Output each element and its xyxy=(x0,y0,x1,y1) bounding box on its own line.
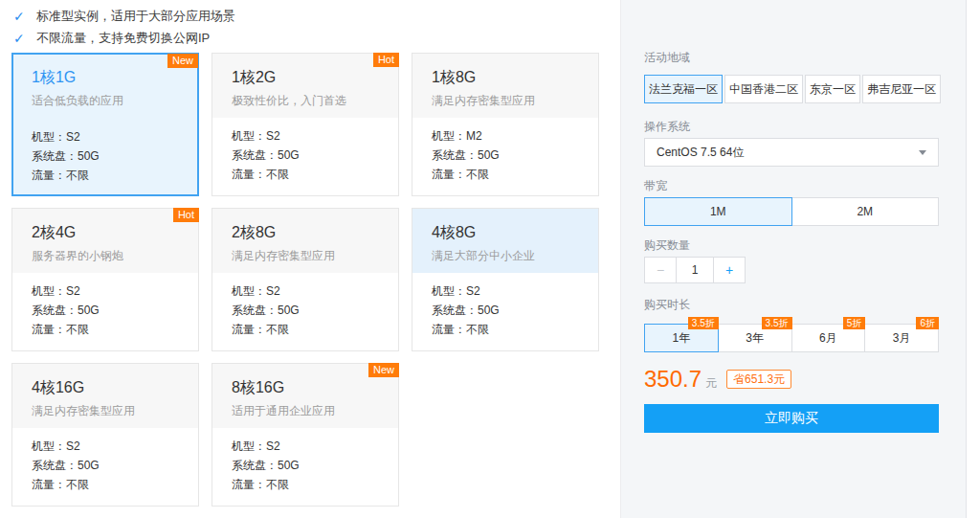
spec-disk: 系统盘：50G xyxy=(32,301,179,320)
price-amount: 350.7 xyxy=(644,366,702,393)
duration-option-1year[interactable]: 3.5折 1年 xyxy=(644,324,719,352)
plan-description: 满足内存密集型应用 xyxy=(32,403,179,419)
feature-text: 不限流量，支持免费切换公网IP xyxy=(36,30,210,47)
savings-badge: 省651.3元 xyxy=(726,370,791,389)
spec-traffic: 流量：不限 xyxy=(432,165,579,184)
region-option-frankfurt[interactable]: 法兰克福一区 xyxy=(644,75,723,103)
spec-disk: 系统盘：50G xyxy=(232,146,379,165)
os-select[interactable]: CentOS 7.5 64位 xyxy=(644,138,939,167)
region-label: 活动地域 xyxy=(644,52,939,63)
check-icon: ✓ xyxy=(13,9,36,24)
os-selected-value: CentOS 7.5 64位 xyxy=(657,145,744,161)
plan-card-header: 4核16G 满足内存密集型应用 xyxy=(12,364,198,428)
spec-model: 机型：M2 xyxy=(432,126,579,146)
plan-card-body: 机型：M2 系统盘：50G 流量：不限 xyxy=(412,118,598,184)
plan-title: 1核1G xyxy=(32,67,178,88)
duration-option-6month[interactable]: 5折 6月 xyxy=(791,324,866,352)
plan-card-4c8g[interactable]: 4核8G 满足大部分中小企业 机型：S2 系统盘：50G 流量：不限 xyxy=(412,208,599,351)
region-option-tokyo[interactable]: 东京一区 xyxy=(805,75,860,103)
region-options: 法兰克福一区 中国香港二区 东京一区 弗吉尼亚一区 xyxy=(644,75,939,103)
feature-item: ✓ 不限流量，支持免费切换公网IP xyxy=(13,27,235,49)
plan-card-body: 机型：S2 系统盘：50G 流量：不限 xyxy=(412,273,598,339)
feature-item: ✓ 标准型实例，适用于大部分应用场景 xyxy=(13,5,235,27)
plan-card-1c8g[interactable]: 1核8G 满足内存密集型应用 机型：M2 系统盘：50G 流量：不限 xyxy=(412,53,599,196)
plan-title: 2核8G xyxy=(232,222,379,243)
plan-title: 8核16G xyxy=(232,377,379,398)
spec-disk: 系统盘：50G xyxy=(432,301,579,320)
plan-card-8c16g[interactable]: New 8核16G 适用于通用企业应用 机型：S2 系统盘：50G 流量：不限 xyxy=(212,363,399,507)
spec-model: 机型：S2 xyxy=(232,437,379,456)
plan-card-header: 1核8G 满足内存密集型应用 xyxy=(412,54,598,118)
spec-traffic: 流量：不限 xyxy=(232,165,379,184)
bandwidth-options: 1M 2M xyxy=(644,197,939,226)
plan-title: 1核2G xyxy=(232,67,379,88)
plan-title: 2核4G xyxy=(32,222,179,243)
quantity-decrease-button[interactable]: − xyxy=(644,257,677,283)
plan-card-1c2g[interactable]: Hot 1核2G 极致性价比，入门首选 机型：S2 系统盘：50G 流量：不限 xyxy=(212,53,399,196)
hot-badge: Hot xyxy=(373,53,399,67)
purchase-page: ✓ 标准型实例，适用于大部分应用场景 ✓ 不限流量，支持免费切换公网IP New… xyxy=(0,0,980,518)
plan-card-2c4g[interactable]: Hot 2核4G 服务器界的小钢炮 机型：S2 系统盘：50G 流量：不限 xyxy=(11,208,199,351)
bandwidth-option-1m[interactable]: 1M xyxy=(644,197,792,226)
duration-option-3month[interactable]: 6折 3月 xyxy=(864,324,939,352)
plan-description: 满足内存密集型应用 xyxy=(432,93,579,109)
plan-card-header: 1核2G 极致性价比，入门首选 xyxy=(212,54,398,118)
bandwidth-option-2m[interactable]: 2M xyxy=(791,197,940,226)
spec-model: 机型：S2 xyxy=(32,282,179,301)
plan-description: 满足内存密集型应用 xyxy=(232,248,379,264)
spec-model: 机型：S2 xyxy=(32,127,178,146)
quantity-stepper: − 1 + xyxy=(644,257,939,283)
buy-now-button[interactable]: 立即购买 xyxy=(644,404,939,433)
spec-disk: 系统盘：50G xyxy=(432,146,579,165)
plan-title: 4核8G xyxy=(432,222,579,243)
feature-list: ✓ 标准型实例，适用于大部分应用场景 ✓ 不限流量，支持免费切换公网IP xyxy=(13,5,235,49)
duration-option-3year[interactable]: 3.5折 3年 xyxy=(718,324,792,352)
plan-card-grid: New 1核1G 适合低负载的应用 机型：S2 系统盘：50G 流量：不限 Ho… xyxy=(11,53,599,507)
hot-badge: Hot xyxy=(173,208,199,222)
plan-card-2c8g[interactable]: 2核8G 满足内存密集型应用 机型：S2 系统盘：50G 流量：不限 xyxy=(212,208,399,351)
plan-card-4c16g[interactable]: 4核16G 满足内存密集型应用 机型：S2 系统盘：50G 流量：不限 xyxy=(11,363,199,507)
spec-disk: 系统盘：50G xyxy=(232,456,379,475)
price-unit: 元 xyxy=(705,375,717,392)
plan-card-body: 机型：S2 系统盘：50G 流量：不限 xyxy=(212,118,398,184)
plan-description: 满足大部分中小企业 xyxy=(432,248,579,264)
discount-badge: 6折 xyxy=(916,317,939,329)
spec-model: 机型：S2 xyxy=(432,282,579,301)
spec-traffic: 流量：不限 xyxy=(232,320,379,339)
quantity-label: 购买数量 xyxy=(644,239,939,251)
feature-text: 标准型实例，适用于大部分应用场景 xyxy=(36,8,235,25)
bandwidth-label: 带宽 xyxy=(644,180,939,191)
spec-model: 机型：S2 xyxy=(32,437,179,456)
plan-description: 极致性价比，入门首选 xyxy=(232,93,379,109)
spec-model: 机型：S2 xyxy=(232,282,379,301)
price-row: 350.7 元 省651.3元 xyxy=(644,366,939,393)
spec-traffic: 流量：不限 xyxy=(432,320,579,339)
spec-model: 机型：S2 xyxy=(232,126,379,146)
quantity-increase-button[interactable]: + xyxy=(713,257,746,283)
spec-disk: 系统盘：50G xyxy=(32,146,178,166)
os-label: 操作系统 xyxy=(644,121,939,132)
new-badge: New xyxy=(368,363,399,377)
duration-label: 购买时长 xyxy=(644,299,939,310)
spec-disk: 系统盘：50G xyxy=(32,456,179,475)
plan-title: 1核8G xyxy=(432,67,579,88)
quantity-value: 1 xyxy=(676,257,714,283)
spec-traffic: 流量：不限 xyxy=(32,320,179,339)
new-badge: New xyxy=(167,54,198,68)
spec-disk: 系统盘：50G xyxy=(232,301,379,320)
check-icon: ✓ xyxy=(13,31,36,46)
plan-card-body: 机型：S2 系统盘：50G 流量：不限 xyxy=(12,273,198,339)
discount-badge: 3.5折 xyxy=(688,317,719,329)
region-option-virginia[interactable]: 弗吉尼亚一区 xyxy=(862,75,941,103)
plan-description: 适合低负载的应用 xyxy=(32,93,178,109)
discount-badge: 5折 xyxy=(843,317,866,329)
plan-description: 适用于通用企业应用 xyxy=(232,403,379,419)
plan-card-body: 机型：S2 系统盘：50G 流量：不限 xyxy=(12,428,198,494)
plan-card-1c1g[interactable]: New 1核1G 适合低负载的应用 机型：S2 系统盘：50G 流量：不限 xyxy=(11,53,199,196)
region-option-hongkong[interactable]: 中国香港二区 xyxy=(724,75,803,103)
plan-card-body: 机型：S2 系统盘：50G 流量：不限 xyxy=(13,119,197,185)
chevron-down-icon xyxy=(919,150,926,155)
spec-traffic: 流量：不限 xyxy=(232,475,379,494)
config-panel: 活动地域 法兰克福一区 中国香港二区 东京一区 弗吉尼亚一区 操作系统 Cent… xyxy=(620,0,967,518)
plan-card-header: 4核8G 满足大部分中小企业 xyxy=(412,209,598,273)
